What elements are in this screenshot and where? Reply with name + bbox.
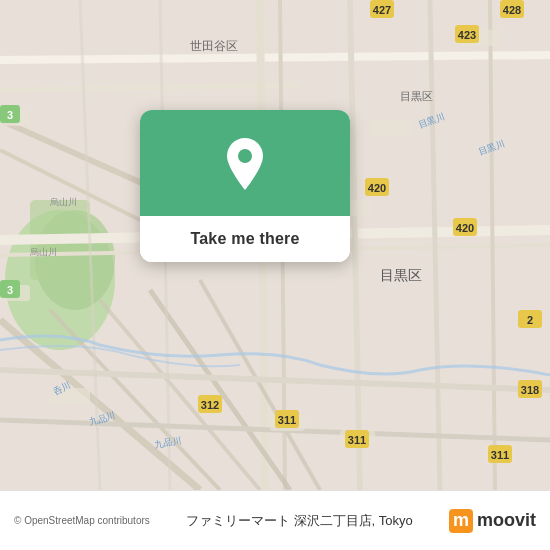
map-container: 世田谷区 目黒区 目黒区 420 423 427 428 3 3 420 311… [0, 0, 550, 490]
popup-header [140, 110, 350, 216]
svg-text:3: 3 [7, 109, 13, 121]
moovit-m-icon: m [449, 509, 473, 533]
map-attribution: © OpenStreetMap contributors [14, 515, 150, 526]
take-me-there-button[interactable]: Take me there [140, 216, 350, 262]
location-name: ファミリーマート 深沢二丁目店, Tokyo [150, 512, 449, 530]
location-pin-icon [221, 138, 269, 194]
svg-text:目黒区: 目黒区 [380, 267, 422, 283]
bottom-bar: © OpenStreetMap contributors ファミリーマート 深沢… [0, 490, 550, 550]
svg-text:312: 312 [201, 399, 219, 411]
svg-text:311: 311 [278, 414, 296, 426]
svg-point-70 [238, 149, 252, 163]
svg-text:427: 427 [373, 4, 391, 16]
moovit-brand-text: moovit [477, 510, 536, 531]
svg-text:烏山川: 烏山川 [49, 197, 77, 207]
svg-text:423: 423 [458, 29, 476, 41]
svg-text:3: 3 [7, 284, 13, 296]
svg-text:420: 420 [368, 182, 386, 194]
location-popup: Take me there [140, 110, 350, 262]
svg-text:428: 428 [503, 4, 521, 16]
svg-text:目黒区: 目黒区 [400, 90, 433, 102]
svg-text:420: 420 [456, 222, 474, 234]
svg-rect-24 [370, 120, 410, 136]
svg-text:311: 311 [348, 434, 366, 446]
svg-text:318: 318 [521, 384, 539, 396]
svg-text:311: 311 [491, 449, 509, 461]
svg-text:烏山川: 烏山川 [29, 247, 57, 257]
moovit-logo: m moovit [449, 509, 536, 533]
svg-text:2: 2 [527, 314, 533, 326]
svg-text:世田谷区: 世田谷区 [190, 39, 238, 53]
